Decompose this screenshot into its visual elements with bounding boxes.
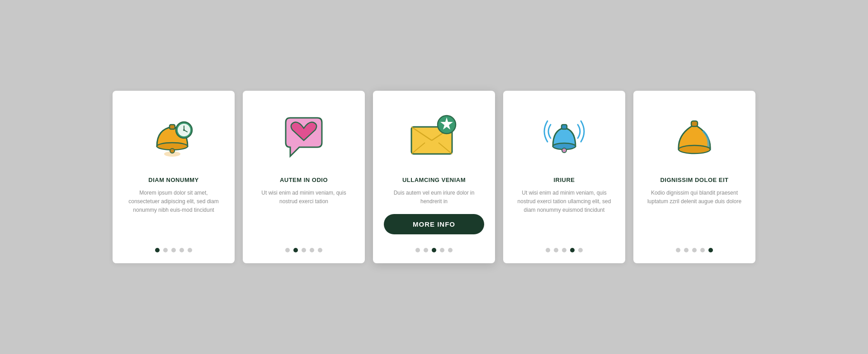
card-dignissim-doloe-eit: DIGNISSIM DOLOE EIT Kodio dignissim qui … xyxy=(633,91,755,263)
icon-ringing-bell xyxy=(533,104,596,168)
card-1-dots xyxy=(155,248,192,252)
svg-rect-1 xyxy=(170,125,175,129)
dot-5-2 xyxy=(692,248,697,252)
card-2-dots xyxy=(285,248,322,252)
dot-1-0 xyxy=(155,248,160,252)
dot-1-3 xyxy=(179,248,184,252)
dot-3-3 xyxy=(440,248,444,252)
dot-4-2 xyxy=(562,248,566,252)
card-4-title: IRIURE xyxy=(553,177,575,183)
dot-1-2 xyxy=(171,248,176,252)
dot-2-0 xyxy=(285,248,290,252)
svg-rect-19 xyxy=(691,121,698,126)
icon-star-envelope xyxy=(402,104,466,168)
dot-5-4 xyxy=(708,248,713,252)
card-4-dots xyxy=(546,248,583,252)
card-2-title: AUTEM IN ODIO xyxy=(280,177,328,183)
dot-4-1 xyxy=(554,248,558,252)
card-3-dots xyxy=(415,248,453,252)
dot-3-0 xyxy=(415,248,420,252)
svg-point-3 xyxy=(170,149,175,153)
more-info-button[interactable]: MORE INFO xyxy=(384,214,484,234)
card-5-title: DIGNISSIM DOLOE EIT xyxy=(660,177,728,183)
card-autem-in-odio: AUTEM IN ODIO Ut wisi enim ad minim veni… xyxy=(243,91,365,263)
card-ullamcing-veniam: ULLAMCING VENIAM Duis autem vel eum iriu… xyxy=(373,91,495,263)
dot-2-1 xyxy=(293,248,298,252)
svg-rect-16 xyxy=(561,125,567,129)
svg-point-18 xyxy=(562,148,566,153)
dot-1-1 xyxy=(163,248,168,252)
dot-5-3 xyxy=(700,248,705,252)
card-1-title: DIAM NONUMMY xyxy=(148,177,198,183)
card-5-dots xyxy=(676,248,713,252)
card-5-text: Kodio dignissim qui blandit praesent lup… xyxy=(644,189,745,238)
svg-point-20 xyxy=(679,145,710,154)
dot-5-1 xyxy=(684,248,689,252)
card-diam-nonummy: DIAM NONUMMY Morem ipsum dolor sit amet,… xyxy=(113,91,235,263)
dot-4-0 xyxy=(546,248,550,252)
icon-alarm-clock-bell xyxy=(142,104,205,168)
dot-3-4 xyxy=(448,248,453,252)
dot-1-4 xyxy=(188,248,192,252)
svg-point-8 xyxy=(183,129,185,131)
dot-2-2 xyxy=(302,248,306,252)
dot-5-0 xyxy=(676,248,680,252)
dot-4-4 xyxy=(578,248,583,252)
card-2-text: Ut wisi enim ad minim veniam, quis nostr… xyxy=(254,189,354,238)
card-3-text: Duis autem vel eum iriure dolor in hendr… xyxy=(384,189,484,206)
card-4-text: Ut wisi enim ad minim veniam, quis nostr… xyxy=(514,189,614,238)
dot-2-4 xyxy=(318,248,322,252)
dot-2-3 xyxy=(310,248,314,252)
card-3-title: ULLAMCING VENIAM xyxy=(402,177,466,183)
dot-4-3 xyxy=(570,248,575,252)
card-1-text: Morem ipsum dolor sit amet, consectetuer… xyxy=(123,189,224,238)
icon-heart-chat xyxy=(272,104,335,168)
dot-3-1 xyxy=(424,248,428,252)
card-iriure: IRIURE Ut wisi enim ad minim veniam, qui… xyxy=(503,91,625,263)
icon-simple-bell xyxy=(663,104,726,168)
cards-container: DIAM NONUMMY Morem ipsum dolor sit amet,… xyxy=(85,73,783,281)
dot-3-2 xyxy=(432,248,436,252)
